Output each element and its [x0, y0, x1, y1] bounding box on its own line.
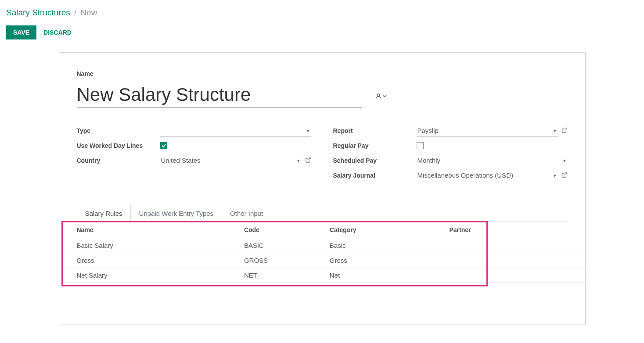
- table-row[interactable]: Gross GROSS Gross: [59, 253, 585, 268]
- table-header-row: Name Code Category Partner: [59, 222, 585, 238]
- cell-code: NET: [227, 268, 312, 283]
- discard-button[interactable]: DISCARD: [43, 29, 72, 36]
- form-columns: Type ▾ Use Worked Day Lines: [77, 123, 568, 183]
- scheduled-pay-label: Scheduled Pay: [333, 157, 417, 164]
- name-row: [77, 84, 568, 107]
- cell-code: BASIC: [227, 238, 312, 253]
- field-report: Report ▾: [333, 123, 568, 138]
- field-country: Country ▾: [77, 153, 311, 168]
- table-row[interactable]: Net Salary NET Net: [59, 268, 585, 283]
- col-header-code[interactable]: Code: [227, 222, 312, 238]
- header-bar: Salary Structures / New SAVE DISCARD: [0, 0, 644, 45]
- cell-partner: [432, 268, 585, 283]
- report-select[interactable]: [417, 125, 558, 136]
- cell-category: Basic: [312, 238, 432, 253]
- salary-journal-label: Salary Journal: [333, 172, 417, 179]
- name-label: Name: [77, 70, 568, 77]
- cell-category: Gross: [312, 253, 432, 268]
- external-link-icon[interactable]: [561, 127, 568, 135]
- use-worked-day-lines-checkbox[interactable]: [160, 142, 167, 149]
- type-select[interactable]: [160, 125, 311, 136]
- tab-unpaid-work-entry-types[interactable]: Unpaid Work Entry Types: [131, 205, 222, 222]
- regular-pay-checkbox[interactable]: [417, 142, 424, 149]
- col-header-name[interactable]: Name: [59, 222, 227, 238]
- breadcrumb-separator: /: [74, 8, 76, 17]
- form-right-col: Report ▾ Regular Pay: [333, 123, 568, 183]
- cell-name: Net Salary: [59, 268, 227, 283]
- regular-pay-label: Regular Pay: [333, 142, 417, 149]
- save-button[interactable]: SAVE: [6, 25, 36, 39]
- report-label: Report: [333, 127, 417, 134]
- tab-other-input[interactable]: Other Input: [222, 205, 271, 222]
- salary-rules-table-wrap: Name Code Category Partner Basic Salary …: [59, 222, 585, 283]
- col-header-category[interactable]: Category: [312, 222, 432, 238]
- svg-point-0: [377, 93, 380, 96]
- breadcrumb-current: New: [81, 8, 97, 17]
- cell-name: Basic Salary: [59, 238, 227, 253]
- scheduled-pay-select[interactable]: [417, 155, 568, 166]
- field-type: Type ▾: [77, 123, 311, 138]
- field-salary-journal: Salary Journal ▾: [333, 168, 568, 183]
- col-header-partner[interactable]: Partner: [432, 222, 585, 238]
- tabs: Salary Rules Unpaid Work Entry Types Oth…: [77, 205, 568, 222]
- breadcrumb-root-link[interactable]: Salary Structures: [6, 8, 70, 17]
- type-label: Type: [77, 127, 160, 134]
- form-left-col: Type ▾ Use Worked Day Lines: [77, 123, 311, 183]
- language-selector-icon[interactable]: [375, 93, 387, 99]
- field-regular-pay: Regular Pay: [333, 138, 568, 153]
- external-link-icon[interactable]: [561, 172, 568, 179]
- salary-journal-select[interactable]: [417, 170, 558, 181]
- cell-code: GROSS: [227, 253, 312, 268]
- external-link-icon[interactable]: [305, 157, 311, 164]
- action-row: SAVE DISCARD: [6, 25, 638, 39]
- country-select[interactable]: [160, 155, 302, 166]
- breadcrumb: Salary Structures / New: [6, 8, 638, 18]
- use-worked-day-lines-label: Use Worked Day Lines: [77, 142, 160, 149]
- bottom-space: [77, 283, 568, 325]
- cell-partner: [432, 253, 585, 268]
- country-label: Country: [77, 157, 160, 164]
- form-sheet: Name Type ▾: [59, 52, 586, 325]
- cell-partner: [432, 238, 585, 253]
- cell-category: Net: [312, 268, 432, 283]
- table-row[interactable]: Basic Salary BASIC Basic: [59, 238, 585, 253]
- salary-rules-table: Name Code Category Partner Basic Salary …: [59, 222, 585, 283]
- cell-name: Gross: [59, 253, 227, 268]
- main-area: Name Type ▾: [0, 45, 644, 338]
- tab-salary-rules[interactable]: Salary Rules: [77, 205, 131, 222]
- field-use-worked-day-lines: Use Worked Day Lines: [77, 138, 311, 153]
- field-scheduled-pay: Scheduled Pay ▾: [333, 153, 568, 168]
- name-input[interactable]: [77, 84, 362, 107]
